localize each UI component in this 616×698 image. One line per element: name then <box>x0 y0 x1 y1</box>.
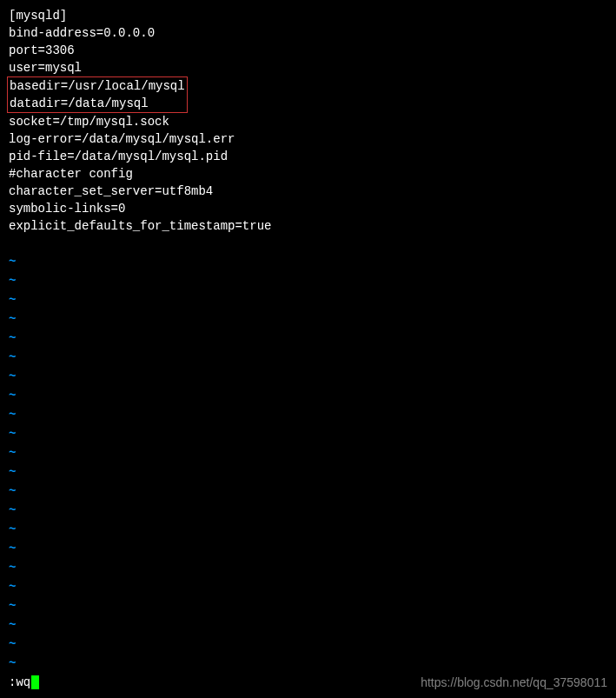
vim-tilde-line: ~ <box>9 329 607 348</box>
vim-command-line[interactable]: :wq <box>9 674 39 691</box>
config-line: symbolic-links=0 <box>9 200 607 217</box>
vim-tilde-line: ~ <box>9 501 607 520</box>
vim-tilde-line: ~ <box>9 462 607 482</box>
vim-tilde-line: ~ <box>9 539 607 558</box>
cursor-icon <box>31 675 39 689</box>
vim-tilde-line: ~ <box>9 271 607 290</box>
vim-tilde-line: ~ <box>9 424 607 443</box>
vim-tilde-line: ~ <box>9 577 607 596</box>
vim-tilde-line: ~ <box>9 348 607 367</box>
config-line: character_set_server=utf8mb4 <box>9 183 607 200</box>
config-line-basedir: basedir=/usr/local/mysql <box>10 77 185 95</box>
vim-tilde-line: ~ <box>9 386 607 405</box>
vim-tilde-line: ~ <box>9 309 607 329</box>
config-line: pid-file=/data/mysql/mysql.pid <box>9 148 607 165</box>
config-line: log-error=/data/mysql/mysql.err <box>9 130 607 148</box>
editor-content[interactable]: [mysqld] bind-address=0.0.0.0 port=3306 … <box>9 7 607 674</box>
vim-tilde-line: ~ <box>9 405 607 424</box>
vim-tilde-line: ~ <box>9 654 607 673</box>
vim-tilde-line: ~ <box>9 290 607 309</box>
config-line: user=mysql <box>9 59 607 76</box>
config-line: #character config <box>9 165 607 183</box>
empty-line <box>9 235 607 252</box>
watermark-text: https://blog.csdn.net/qq_37598011 <box>421 674 607 691</box>
vim-tilde-line: ~ <box>9 443 607 462</box>
config-line: port=3306 <box>9 42 607 59</box>
vim-tilde-line: ~ <box>9 615 607 635</box>
vim-tilde-line: ~ <box>9 596 607 615</box>
vim-tilde-line: ~ <box>9 367 607 386</box>
section-header: [mysqld] <box>9 7 607 24</box>
vim-tilde-line: ~ <box>9 558 607 577</box>
vim-tilde-line: ~ <box>9 482 607 501</box>
config-line-datadir: datadir=/data/mysql <box>10 95 185 112</box>
config-line: socket=/tmp/mysql.sock <box>9 113 607 130</box>
vim-empty-lines: ~~~~~~~~~~~~~~~~~~~~~~ <box>9 252 607 674</box>
config-line: explicit_defaults_for_timestamp=true <box>9 217 607 235</box>
vim-tilde-line: ~ <box>9 252 607 271</box>
vim-tilde-line: ~ <box>9 520 607 539</box>
vim-tilde-line: ~ <box>9 635 607 654</box>
config-text: [mysqld] bind-address=0.0.0.0 port=3306 … <box>9 7 607 252</box>
command-text: :wq <box>9 674 30 691</box>
config-line: bind-address=0.0.0.0 <box>9 24 607 42</box>
highlighted-region: basedir=/usr/local/mysql datadir=/data/m… <box>7 76 188 113</box>
